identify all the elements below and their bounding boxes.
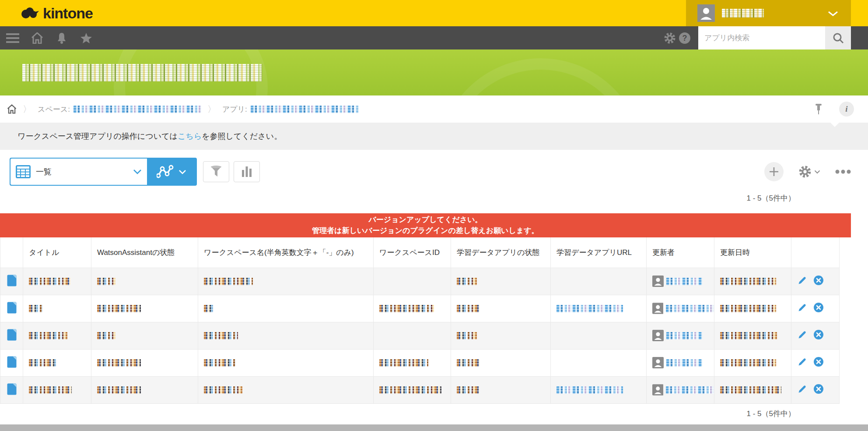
edit-record-button[interactable] bbox=[797, 330, 807, 340]
footer-strip bbox=[0, 424, 868, 431]
workspace-name-cell bbox=[198, 376, 374, 403]
updated-at-cell bbox=[714, 295, 791, 322]
record-file-icon[interactable] bbox=[7, 275, 17, 286]
user-avatar-icon bbox=[697, 4, 715, 22]
edit-pencil-icon bbox=[797, 384, 807, 394]
title-cell bbox=[23, 376, 91, 403]
info-icon[interactable]: i bbox=[839, 102, 854, 117]
actions-cell bbox=[791, 376, 840, 403]
redacted-cell-text[interactable] bbox=[556, 386, 623, 394]
delete-record-button[interactable] bbox=[813, 302, 824, 313]
space-link-redacted[interactable] bbox=[74, 106, 201, 113]
title-cell bbox=[23, 322, 91, 349]
aggregate-button[interactable] bbox=[234, 161, 260, 182]
table-header-row: タイトル WatsonAssistantの状態 ワークスペース名(半角英数文字＋… bbox=[0, 237, 840, 268]
delete-record-button[interactable] bbox=[813, 329, 824, 340]
record-file-icon[interactable] bbox=[7, 302, 17, 314]
redacted-cell-text[interactable] bbox=[666, 332, 702, 339]
redacted-cell-text[interactable] bbox=[556, 305, 623, 312]
redacted-cell-text[interactable] bbox=[666, 305, 714, 312]
chevron-down-icon bbox=[133, 169, 142, 174]
redacted-cell-text bbox=[457, 278, 477, 285]
redacted-cell-text bbox=[379, 305, 434, 312]
user-menu[interactable] bbox=[686, 0, 851, 26]
app-link-redacted[interactable] bbox=[251, 106, 359, 113]
record-icon-cell[interactable] bbox=[0, 268, 23, 295]
graph-view-button[interactable] bbox=[147, 159, 196, 185]
kintone-logo[interactable]: kintone bbox=[20, 0, 93, 26]
app-search-input[interactable] bbox=[698, 26, 825, 49]
redacted-cell-text bbox=[29, 359, 56, 367]
home-icon[interactable] bbox=[30, 26, 45, 49]
redacted-cell-text bbox=[379, 386, 441, 394]
app-settings-button[interactable] bbox=[798, 165, 820, 178]
updated-at-cell bbox=[714, 376, 791, 403]
record-icon-cell[interactable] bbox=[0, 349, 23, 376]
watson-status-cell bbox=[91, 322, 198, 349]
actions-cell bbox=[791, 349, 840, 376]
view-select-dropdown[interactable]: 一覧 bbox=[10, 159, 147, 185]
add-record-button[interactable] bbox=[764, 162, 784, 181]
top-header-bar: kintone bbox=[0, 0, 868, 26]
learning-app-url-cell bbox=[551, 322, 647, 349]
updated-at-cell bbox=[714, 349, 791, 376]
record-file-icon[interactable] bbox=[7, 383, 17, 395]
column-header-workspace-id[interactable]: ワークスペースID bbox=[374, 237, 451, 268]
logo-text: kintone bbox=[43, 5, 93, 22]
record-icon-cell[interactable] bbox=[0, 295, 23, 322]
help-icon[interactable]: ? bbox=[677, 26, 692, 49]
column-header-actions bbox=[791, 237, 840, 268]
nav-left-icons bbox=[0, 26, 94, 49]
notice-bar: ワークスペース管理アプリの操作についてはこちらを参照してください。 bbox=[0, 123, 868, 150]
column-header-title[interactable]: タイトル bbox=[23, 237, 91, 268]
column-header-learning-app-status[interactable]: 学習データアプリの状態 bbox=[451, 237, 551, 268]
delete-x-icon bbox=[813, 275, 824, 286]
breadcrumb-separator: 〉 bbox=[207, 103, 216, 115]
user-avatar-icon bbox=[652, 276, 664, 287]
record-file-icon[interactable] bbox=[7, 329, 17, 341]
record-icon-cell[interactable] bbox=[0, 322, 23, 349]
record-file-icon[interactable] bbox=[7, 356, 17, 368]
settings-gear-icon[interactable] bbox=[662, 26, 677, 49]
updated-by-cell bbox=[647, 268, 714, 295]
record-icon-cell[interactable] bbox=[0, 376, 23, 403]
breadcrumb-home-icon[interactable] bbox=[7, 104, 17, 114]
column-header-workspace-name[interactable]: ワークスペース名(半角英数文字＋「-」のみ) bbox=[198, 237, 374, 268]
redacted-cell-text bbox=[457, 359, 480, 367]
redacted-cell-text bbox=[720, 305, 776, 312]
table-row bbox=[0, 349, 840, 376]
record-count-top: 1 - 5（5件中） bbox=[0, 192, 868, 205]
learning-app-status-cell bbox=[451, 322, 551, 349]
column-header-updated-at[interactable]: 更新日時 bbox=[714, 237, 791, 268]
edit-record-button[interactable] bbox=[797, 384, 807, 394]
edit-record-button[interactable] bbox=[797, 303, 807, 313]
global-nav-bar: ? bbox=[0, 26, 868, 49]
notification-bell-icon[interactable] bbox=[54, 26, 69, 49]
delete-record-button[interactable] bbox=[813, 275, 824, 286]
pin-icon[interactable] bbox=[815, 103, 822, 115]
kintone-cloud-icon bbox=[20, 7, 39, 20]
delete-record-button[interactable] bbox=[813, 384, 824, 394]
learning-app-url-cell bbox=[551, 349, 647, 376]
redacted-cell-text[interactable] bbox=[666, 386, 714, 394]
edit-record-button[interactable] bbox=[797, 276, 807, 286]
filter-button[interactable] bbox=[203, 161, 229, 182]
redacted-cell-text[interactable] bbox=[666, 278, 702, 285]
search-button[interactable] bbox=[825, 26, 851, 49]
notice-link[interactable]: こちら bbox=[178, 131, 202, 141]
updated-by-cell bbox=[647, 349, 714, 376]
learning-app-status-cell bbox=[451, 295, 551, 322]
app-title-redacted[interactable] bbox=[22, 64, 262, 81]
more-options-button[interactable] bbox=[835, 170, 851, 174]
actions-cell bbox=[791, 295, 840, 322]
app-menu-icon[interactable] bbox=[5, 26, 20, 49]
redacted-cell-text[interactable] bbox=[666, 359, 702, 367]
column-header-updated-by[interactable]: 更新者 bbox=[647, 237, 714, 268]
column-header-watson-status[interactable]: WatsonAssistantの状態 bbox=[91, 237, 198, 268]
favorites-star-icon[interactable] bbox=[79, 26, 94, 49]
alert-line-1: バージョンアップしてください。 bbox=[0, 214, 851, 225]
delete-record-button[interactable] bbox=[813, 357, 824, 367]
edit-record-button[interactable] bbox=[797, 357, 807, 367]
column-header-learning-app-url[interactable]: 学習データアプリURL bbox=[551, 237, 647, 268]
workspace-name-cell bbox=[198, 322, 374, 349]
